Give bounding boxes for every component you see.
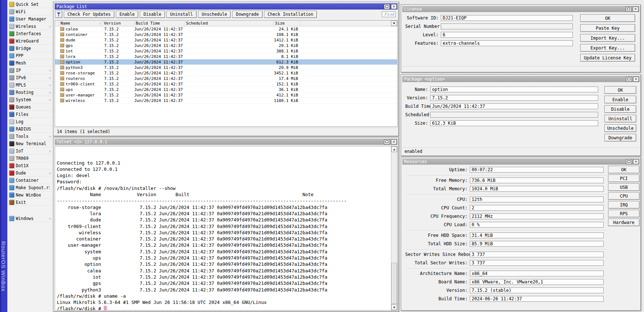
- resources-button[interactable]: USB: [608, 183, 640, 191]
- table-row[interactable]: tr069-client 7.15.2 Jun/26/2024 11:42:37…: [55, 81, 397, 87]
- sidebar-item[interactable]: WireGuard: [7, 37, 52, 45]
- field-value[interactable]: 7.15.2 (stable): [470, 287, 604, 293]
- sidebar-item[interactable]: Exit: [7, 199, 52, 206]
- toolbar-button[interactable]: Downgrade: [232, 11, 262, 18]
- field-value[interactable]: 2: [470, 205, 604, 211]
- field-value[interactable]: option: [430, 87, 598, 92]
- package-list-titlebar[interactable]: Package List ×: [55, 3, 398, 10]
- field-value[interactable]: 3 737: [470, 260, 604, 266]
- field-value[interactable]: 6: [441, 32, 573, 38]
- column-header-size[interactable]: Size: [274, 21, 300, 26]
- field-value[interactable]: x86_64: [470, 271, 604, 276]
- close-button[interactable]: ×: [633, 159, 639, 164]
- field-value[interactable]: 3 737: [470, 252, 604, 257]
- table-row[interactable]: container 7.15.2 Jun/26/2024 11:42:37 10…: [55, 32, 397, 37]
- package-action-button[interactable]: Enable: [604, 96, 636, 103]
- sidebar-item[interactable]: Interfaces: [7, 30, 52, 37]
- field-value[interactable]: 7.15.2: [430, 95, 598, 101]
- sidebar-item[interactable]: WiFi: [7, 8, 52, 15]
- toolbar-button[interactable]: Disable: [140, 11, 165, 18]
- sidebar-item[interactable]: IP ▷: [7, 67, 52, 74]
- sidebar-item[interactable]: Mesh: [7, 59, 52, 67]
- toolbar-button[interactable]: Check Installation: [264, 11, 317, 18]
- license-titlebar[interactable]: License ×: [402, 6, 639, 12]
- column-header-name[interactable]: Name△: [59, 21, 102, 26]
- table-row[interactable]: routeros 7.15.2 Jun/26/2024 11:42:37 17.…: [55, 76, 397, 81]
- scrollbar-thumb[interactable]: [391, 263, 397, 304]
- package-action-button[interactable]: Unschedule: [604, 124, 636, 132]
- telnet-titlebar[interactable]: Telnet <2> 127.0.0.1 ×: [55, 139, 398, 145]
- terminal[interactable]: Connecting to 127.0.0.1 Connected to 127…: [55, 146, 398, 311]
- resources-titlebar[interactable]: Resources ×: [402, 158, 640, 165]
- sidebar-item[interactable]: Make Supout.rif: [7, 184, 52, 191]
- package-action-button[interactable]: Downgrade: [604, 134, 636, 142]
- toolbar-button[interactable]: Enable: [116, 11, 139, 18]
- sidebar-item[interactable]: IPv6 ▷: [7, 74, 52, 81]
- license-button[interactable]: Paste Key: [580, 24, 635, 32]
- sidebar-item[interactable]: MPLS ▷: [7, 81, 52, 89]
- sidebar-item[interactable]: Dot1X: [7, 162, 52, 169]
- field-value[interactable]: 736.6 MiB: [470, 177, 604, 183]
- sidebar-item[interactable]: Container: [7, 177, 52, 184]
- table-row[interactable]: dude 7.15.2 Jun/26/2024 11:42:37 1412.1 …: [55, 37, 397, 43]
- package-action-button[interactable]: Disable: [604, 105, 636, 113]
- sidebar-item[interactable]: Routing ▷: [7, 89, 52, 96]
- resources-button[interactable]: CPU: [608, 192, 640, 200]
- sidebar-item[interactable]: Queues: [7, 103, 52, 111]
- toolbar-button[interactable]: Uninstall: [167, 11, 197, 18]
- close-button[interactable]: ×: [391, 4, 397, 9]
- find-input[interactable]: [382, 11, 396, 17]
- license-button[interactable]: OK: [580, 14, 635, 22]
- package-option-titlebar[interactable]: Package <option> ×: [402, 76, 640, 82]
- license-button[interactable]: Export Key...: [580, 44, 635, 52]
- resources-button[interactable]: IRQ: [608, 201, 640, 209]
- field-value[interactable]: 31.4 MiB: [470, 232, 604, 238]
- table-row[interactable]: ups 7.15.2 Jun/26/2024 11:42:37 36.1 KiB: [55, 87, 397, 92]
- table-row[interactable]: calea 7.15.2 Jun/26/2024 11:42:37 24.1 K…: [55, 26, 397, 32]
- column-header-build-time[interactable]: Build Time: [134, 21, 184, 26]
- table-row[interactable]: gps 7.15.2 Jun/26/2024 11:42:37 20.1 KiB: [55, 43, 397, 48]
- terminal-scrollbar[interactable]: ▲ ▼: [391, 146, 397, 310]
- table-row[interactable]: iot 7.15.2 Jun/26/2024 11:42:37 388.1 Ki…: [55, 48, 397, 54]
- table-row[interactable]: lora 7.15.2 Jun/26/2024 11:42:37 8.1 KiB: [55, 54, 397, 59]
- sidebar-item[interactable]: Quick Set: [7, 1, 52, 8]
- sidebar-item[interactable]: New WinBox: [7, 191, 52, 199]
- resources-button[interactable]: OK: [608, 166, 640, 173]
- sidebar-item[interactable]: RADIUS: [7, 125, 52, 133]
- field-value[interactable]: extra-channels: [441, 40, 573, 46]
- sidebar-item-windows[interactable]: Windows ▷: [7, 215, 52, 222]
- maximize-button[interactable]: [626, 159, 632, 164]
- sidebar-item[interactable]: IoT ▷: [7, 147, 52, 155]
- field-value[interactable]: 1024.0 MiB: [470, 186, 604, 192]
- resources-button[interactable]: Hardware: [608, 219, 640, 226]
- column-header-scheduled[interactable]: Scheduled: [184, 21, 274, 26]
- column-header-version[interactable]: Version: [102, 21, 134, 26]
- sidebar-item[interactable]: Bridge: [7, 45, 52, 52]
- maximize-button[interactable]: [626, 77, 632, 82]
- field-value[interactable]: Jun/26/2024 11:42:37: [430, 103, 598, 109]
- sidebar-item[interactable]: Tools ▷: [7, 133, 52, 140]
- package-action-button[interactable]: Uninstall: [604, 115, 636, 122]
- scroll-up-button[interactable]: ▲: [391, 146, 397, 152]
- sidebar-item[interactable]: Files: [7, 111, 52, 118]
- table-row[interactable]: rose-storage 7.15.2 Jun/26/2024 11:42:37…: [55, 70, 397, 76]
- field-value[interactable]: [430, 112, 598, 118]
- sidebar-item[interactable]: User Manager: [7, 15, 52, 23]
- resources-button[interactable]: PCI: [608, 175, 640, 182]
- field-value[interactable]: x86 VMware, Inc. VMware20,1: [470, 279, 604, 285]
- field-value[interactable]: DJ21-EIQP: [441, 15, 573, 21]
- close-button[interactable]: ×: [633, 77, 639, 82]
- field-value[interactable]: 612.3 KiB: [430, 120, 598, 126]
- sidebar-item[interactable]: New Terminal: [7, 140, 52, 147]
- filter-button[interactable]: [55, 11, 62, 18]
- column-select-dropdown[interactable]: ▼: [391, 21, 397, 26]
- field-value[interactable]: 2112 MHz: [470, 213, 604, 219]
- toolbar-button[interactable]: Unschedule: [198, 11, 231, 18]
- package-action-button[interactable]: OK: [604, 86, 636, 94]
- sidebar-item[interactable]: Wireless ▷: [7, 23, 52, 30]
- field-value[interactable]: 2024-06-26 11:42:37: [470, 296, 604, 302]
- maximize-button[interactable]: [626, 7, 632, 12]
- table-row[interactable]: wireless 7.15.2 Jun/26/2024 11:42:37 118…: [55, 98, 397, 103]
- table-row[interactable]: user-manager 7.15.2 Jun/26/2024 11:42:37…: [55, 92, 397, 98]
- toolbar-button[interactable]: Check For Updates: [64, 11, 114, 18]
